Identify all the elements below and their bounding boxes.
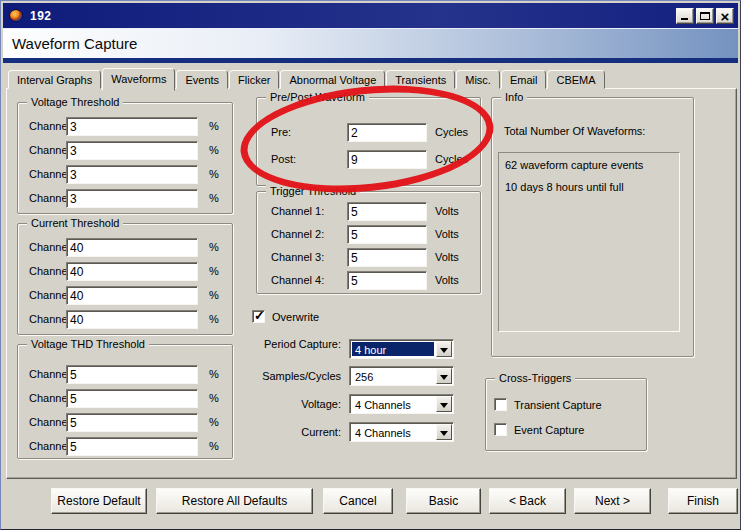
pre-label: Pre: — [271, 126, 291, 138]
cross-triggers-title: Cross-Triggers — [495, 372, 575, 384]
current-threshold-ch4-input[interactable] — [66, 310, 198, 329]
voltage-thd-ch4-input[interactable] — [66, 437, 198, 456]
tab-email[interactable]: Email — [501, 70, 547, 89]
transient-capture-checkbox[interactable] — [494, 398, 507, 411]
period-capture-label: Period Capture: — [249, 338, 341, 350]
trigger-threshold-ch2-input[interactable] — [347, 225, 427, 244]
overwrite-checkbox[interactable] — [252, 310, 265, 323]
current-threshold-ch3-input[interactable] — [66, 286, 198, 305]
percent-unit-label: % — [209, 168, 219, 180]
header-divider — [3, 58, 738, 63]
close-button[interactable] — [716, 8, 734, 24]
cycles-unit-label: Cycles — [435, 153, 468, 165]
trigger-threshold-ch4-input[interactable] — [347, 271, 427, 290]
voltage-threshold-group: Voltage Threshold Channel 1: % Channel 2… — [17, 102, 233, 214]
channel-1-label: Channel 1: — [271, 205, 324, 217]
current-channels-select[interactable]: 4 Channels — [349, 422, 454, 442]
period-capture-value: 4 hour — [352, 342, 434, 356]
tab-misc[interactable]: Misc. — [456, 70, 500, 89]
volts-unit-label: Volts — [435, 274, 459, 286]
period-capture-select[interactable]: 4 hour — [349, 339, 454, 359]
current-channels-label: Current: — [249, 426, 341, 438]
post-cycles-input[interactable] — [347, 150, 427, 169]
volts-unit-label: Volts — [435, 251, 459, 263]
current-threshold-group: Current Threshold Channel 1: % Channel 2… — [17, 223, 233, 335]
pre-cycles-input[interactable] — [347, 123, 427, 142]
window-title: 192 — [30, 9, 52, 23]
percent-unit-label: % — [209, 289, 219, 301]
samples-cycles-select[interactable]: 256 — [349, 366, 454, 386]
percent-unit-label: % — [209, 368, 219, 380]
voltage-thd-ch1-input[interactable] — [66, 365, 198, 384]
back-button[interactable]: < Back — [489, 488, 566, 514]
tab-transients[interactable]: Transients — [386, 70, 455, 89]
event-capture-checkbox[interactable] — [494, 423, 507, 436]
current-threshold-ch1-input[interactable] — [66, 238, 198, 257]
voltage-threshold-title: Voltage Threshold — [27, 96, 123, 108]
voltage-thd-ch2-input[interactable] — [66, 389, 198, 408]
trigger-threshold-title: Trigger Threshold — [266, 185, 360, 197]
chevron-down-icon[interactable] — [436, 396, 452, 412]
voltage-channels-select[interactable]: 4 Channels — [349, 394, 454, 414]
pre-post-waveform-title: Pre/Post Waveform — [266, 91, 369, 103]
transient-capture-label: Transient Capture — [514, 399, 602, 411]
tab-cbema[interactable]: CBEMA — [547, 70, 604, 89]
next-button[interactable]: Next > — [574, 488, 651, 514]
current-threshold-title: Current Threshold — [27, 217, 123, 229]
finish-button[interactable]: Finish — [668, 488, 738, 514]
post-label: Post: — [271, 153, 296, 165]
channel-4-label: Channel 4: — [271, 274, 324, 286]
trigger-threshold-ch1-input[interactable] — [347, 202, 427, 221]
dialog-window: 192 Waveform Capture Interval Graphs Wav… — [0, 0, 741, 530]
minimize-button[interactable] — [676, 8, 694, 24]
tab-interval-graphs[interactable]: Interval Graphs — [8, 70, 101, 89]
restore-all-defaults-button[interactable]: Restore All Defaults — [156, 488, 313, 514]
info-title: Info — [501, 91, 527, 103]
tab-strip: Interval Graphs Waveforms Events Flicker… — [8, 67, 606, 89]
percent-unit-label: % — [209, 241, 219, 253]
voltage-threshold-ch1-input[interactable] — [66, 117, 198, 136]
waveform-count-text: 62 waveform capture events — [505, 159, 673, 172]
channel-2-label: Channel 2: — [271, 228, 324, 240]
chevron-down-icon[interactable] — [436, 368, 452, 384]
current-threshold-ch2-input[interactable] — [66, 262, 198, 281]
restore-default-button[interactable]: Restore Default — [51, 488, 147, 514]
app-icon — [9, 9, 23, 22]
percent-unit-label: % — [209, 392, 219, 404]
page-header: Waveform Capture — [3, 28, 738, 58]
percent-unit-label: % — [209, 144, 219, 156]
trigger-threshold-ch3-input[interactable] — [347, 248, 427, 267]
titlebar: 192 — [3, 3, 738, 28]
voltage-channels-label: Voltage: — [249, 398, 341, 410]
percent-unit-label: % — [209, 313, 219, 325]
percent-unit-label: % — [209, 440, 219, 452]
percent-unit-label: % — [209, 120, 219, 132]
info-group: Info Total Number Of Waveforms: 62 wavef… — [491, 97, 694, 357]
channel-3-label: Channel 3: — [271, 251, 324, 263]
chevron-down-icon[interactable] — [436, 424, 452, 440]
samples-cycles-value: 256 — [352, 369, 434, 383]
cancel-button[interactable]: Cancel — [323, 488, 393, 514]
tab-waveforms[interactable]: Waveforms — [102, 68, 175, 91]
cross-triggers-group: Cross-Triggers Transient Capture Event C… — [485, 378, 647, 451]
event-capture-label: Event Capture — [514, 424, 584, 436]
tab-abnormal-voltage[interactable]: Abnormal Voltage — [280, 70, 385, 89]
window-controls — [676, 8, 734, 24]
current-channels-value: 4 Channels — [352, 425, 434, 439]
volts-unit-label: Volts — [435, 228, 459, 240]
voltage-threshold-ch2-input[interactable] — [66, 141, 198, 160]
tab-flicker[interactable]: Flicker — [229, 70, 279, 89]
chevron-down-icon[interactable] — [436, 341, 452, 357]
tab-events[interactable]: Events — [176, 70, 228, 89]
voltage-thd-threshold-group: Voltage THD Threshold Channel 1: % Chann… — [17, 344, 233, 459]
samples-cycles-label: Samples/Cycles — [249, 370, 341, 382]
voltage-thd-threshold-title: Voltage THD Threshold — [27, 338, 149, 350]
voltage-thd-ch3-input[interactable] — [66, 413, 198, 432]
cycles-unit-label: Cycles — [435, 126, 468, 138]
percent-unit-label: % — [209, 265, 219, 277]
basic-button[interactable]: Basic — [406, 488, 481, 514]
maximize-button[interactable] — [696, 8, 714, 24]
volts-unit-label: Volts — [435, 205, 459, 217]
voltage-threshold-ch3-input[interactable] — [66, 165, 198, 184]
voltage-threshold-ch4-input[interactable] — [66, 189, 198, 208]
